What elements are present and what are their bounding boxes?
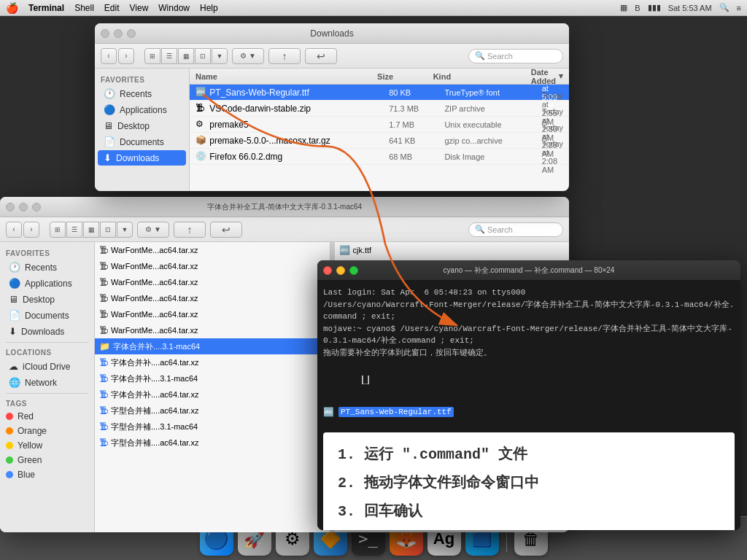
spotlight-icon[interactable]: 🔍 bbox=[719, 3, 729, 12]
sidebar-item-network[interactable]: 🌐 Network bbox=[3, 375, 91, 390]
pane-left-name-11: 字型合并補....3.1-mac64 bbox=[111, 421, 198, 432]
sidebar-item-documents-2[interactable]: 📄 Documents bbox=[3, 308, 91, 323]
pane-right-row-0[interactable]: 🔤 cjk.ttf bbox=[335, 242, 570, 258]
maximize-button-2[interactable] bbox=[32, 203, 41, 211]
tag-orange[interactable]: Orange bbox=[0, 424, 94, 438]
instruction-2: 2. 拖动字体文件到命令窗口中 bbox=[338, 472, 720, 492]
pane-left-row-10[interactable]: 🗜 字型合并補....ac64.tar.xz bbox=[95, 402, 330, 419]
menu-view[interactable]: View bbox=[130, 3, 149, 13]
tag-green-label: Green bbox=[18, 455, 42, 465]
sidebar-item-documents[interactable]: 📄 Documents bbox=[98, 134, 186, 149]
tag-blue-label: Blue bbox=[18, 470, 35, 480]
file-row-4[interactable]: 💿 Firefox 66.0.2.dmg 68 MB Disk Image To… bbox=[190, 149, 569, 165]
sidebar-item-recents[interactable]: 🕐 Recents bbox=[98, 86, 186, 101]
pane-left-row-11[interactable]: 🗜 字型合并補....3.1-mac64 bbox=[95, 419, 330, 435]
gallery-view-button[interactable]: ⊡ bbox=[195, 48, 211, 64]
minimize-button[interactable] bbox=[114, 29, 123, 38]
terminal-content[interactable]: Last login: Sat Apr 6 05:48:23 on ttys00… bbox=[317, 281, 740, 530]
pane-left: 🗜 WarFontMe...ac64.tar.xz 🗜 WarFontMe...… bbox=[95, 242, 330, 532]
sidebar-item-icloud[interactable]: ☁ iCloud Drive bbox=[3, 359, 91, 374]
list-view-button[interactable]: ☰ bbox=[161, 48, 177, 64]
applications-icon: 🔵 bbox=[104, 104, 115, 115]
apple-menu[interactable]: 🍎 bbox=[6, 2, 18, 14]
pane-left-row-2[interactable]: 🗜 WarFontMe...ac64.tar.xz bbox=[95, 274, 330, 290]
tag-button[interactable]: ↩ bbox=[305, 48, 337, 64]
view-options-button-2[interactable]: ▼ bbox=[117, 222, 133, 238]
column-view-button-2[interactable]: ▦ bbox=[83, 222, 99, 238]
back-button[interactable]: ‹ bbox=[101, 48, 117, 64]
share-button[interactable]: ↑ bbox=[268, 48, 301, 64]
red-dot bbox=[6, 413, 13, 420]
sidebar-item-desktop[interactable]: 🖥 Desktop bbox=[98, 118, 186, 133]
file-row-0[interactable]: 🔤 PT_Sans-Web-Regular.ttf 80 KB TrueType… bbox=[190, 85, 569, 101]
col-size-header[interactable]: Size bbox=[377, 72, 433, 81]
close-button-2[interactable] bbox=[6, 203, 15, 211]
close-button-terminal[interactable] bbox=[323, 266, 332, 275]
col-date-header[interactable]: Date Added bbox=[531, 69, 563, 85]
minimize-button-terminal[interactable] bbox=[336, 266, 345, 275]
pane-left-row-9[interactable]: 🗜 字体合并补....ac64.tar.xz bbox=[95, 386, 330, 402]
sidebar-downloads: Favorites 🕐 Recents 🔵 Applications 🖥 Des… bbox=[95, 69, 190, 191]
icon-view-button-2[interactable]: ⊞ bbox=[50, 222, 66, 238]
tag-blue[interactable]: Blue bbox=[0, 467, 94, 482]
window-title-downloads: Downloads bbox=[310, 28, 353, 39]
sidebar-item-downloads-2[interactable]: ⬇ Downloads bbox=[3, 324, 91, 339]
wifi-icon[interactable]: ▦ bbox=[620, 3, 627, 12]
battery-icon[interactable]: ▮▮▮ bbox=[648, 3, 661, 12]
bluetooth-icon[interactable]: B bbox=[635, 4, 640, 12]
pane-left-name-1: WarFontMe...ac64.tar.xz bbox=[111, 262, 198, 271]
action-button[interactable]: ⚙ ▼ bbox=[232, 48, 264, 64]
file-row-2[interactable]: ⚙ premake5 1.7 MB Unix executable Today … bbox=[190, 117, 569, 133]
network-icon: 🌐 bbox=[9, 377, 20, 388]
icon-view-button[interactable]: ⊞ bbox=[144, 48, 160, 64]
forward-button[interactable]: › bbox=[118, 48, 134, 64]
list-view-button-2[interactable]: ☰ bbox=[66, 222, 82, 238]
pane-left-row-4[interactable]: 🗜 WarFontMe...ac64.tar.xz bbox=[95, 306, 330, 322]
menu-edit[interactable]: Edit bbox=[104, 3, 120, 13]
window-title-terminal: cyano — 补全.command — 补全.command — 80×24 bbox=[444, 265, 615, 276]
column-view-button[interactable]: ▦ bbox=[178, 48, 194, 64]
col-kind-header[interactable]: Kind bbox=[433, 72, 531, 81]
search-input-2[interactable]: 🔍 Search bbox=[468, 222, 563, 237]
pane-left-row-3[interactable]: 🗜 WarFontMe...ac64.tar.xz bbox=[95, 290, 330, 306]
tag-button-2[interactable]: ↩ bbox=[210, 222, 242, 238]
file-row-3[interactable]: 📦 premake-5.0.0-...macosx.tar.gz 641 KB … bbox=[190, 133, 569, 149]
desktop-icon-2: 🖥 bbox=[9, 294, 18, 305]
file-row-1[interactable]: 🗜 VSCode-darwin-stable.zip 71.3 MB ZIP a… bbox=[190, 101, 569, 117]
forward-button-2[interactable]: › bbox=[23, 222, 39, 238]
menu-help[interactable]: Help bbox=[200, 3, 218, 13]
sidebar-item-applications-2[interactable]: 🔵 Applications bbox=[3, 276, 91, 291]
pane-left-row-12[interactable]: 🗜 字型合并補....ac64.tar.xz bbox=[95, 435, 330, 451]
pane-left-row-8[interactable]: 🗜 字体合并补....3.1-mac64 bbox=[95, 370, 330, 386]
sidebar-item-desktop-2[interactable]: 🖥 Desktop bbox=[3, 292, 91, 307]
maximize-button[interactable] bbox=[127, 29, 136, 38]
action-button-2[interactable]: ⚙ ▼ bbox=[137, 222, 169, 238]
menu-shell[interactable]: Shell bbox=[74, 3, 94, 13]
menu-window[interactable]: Window bbox=[158, 3, 190, 13]
close-button[interactable] bbox=[101, 29, 109, 38]
back-button-2[interactable]: ‹ bbox=[6, 222, 22, 238]
sidebar-item-applications[interactable]: 🔵 Applications bbox=[98, 102, 186, 117]
sidebar-item-downloads[interactable]: ⬇ Downloads bbox=[98, 150, 186, 166]
pane-left-row-1[interactable]: 🗜 WarFontMe...ac64.tar.xz bbox=[95, 258, 330, 274]
cursor: █ bbox=[362, 376, 370, 384]
tag-yellow[interactable]: Yellow bbox=[0, 438, 94, 453]
maximize-button-terminal[interactable] bbox=[349, 266, 358, 275]
col-name-header[interactable]: Name bbox=[196, 72, 377, 81]
sidebar-item-recents-2[interactable]: 🕐 Recents bbox=[3, 260, 91, 275]
pane-left-row-7[interactable]: 🗜 字体合并补....ac64.tar.xz bbox=[95, 354, 330, 370]
tag-red[interactable]: Red bbox=[0, 409, 94, 424]
share-button-2[interactable]: ↑ bbox=[174, 222, 206, 238]
view-options-button[interactable]: ▼ bbox=[212, 48, 228, 64]
notification-icon[interactable]: ≡ bbox=[737, 4, 741, 12]
search-input[interactable]: 🔍 Search bbox=[468, 49, 563, 63]
pane-left-row-6[interactable]: 📁 字体合并补....3.1-mac64 bbox=[95, 338, 330, 354]
sidebar-recents-label-2: Recents bbox=[25, 262, 57, 273]
nav-buttons-2: ‹ › bbox=[6, 222, 39, 238]
pane-left-row-0[interactable]: 🗜 WarFontMe...ac64.tar.xz bbox=[95, 242, 330, 258]
pane-left-row-5[interactable]: 🗜 WarFontMe...ac64.tar.xz bbox=[95, 322, 330, 338]
gallery-view-button-2[interactable]: ⊡ bbox=[100, 222, 116, 238]
titlebar-terminal: cyano — 补全.command — 补全.command — 80×24 bbox=[317, 260, 740, 281]
tag-green[interactable]: Green bbox=[0, 453, 94, 467]
minimize-button-2[interactable] bbox=[19, 203, 28, 211]
